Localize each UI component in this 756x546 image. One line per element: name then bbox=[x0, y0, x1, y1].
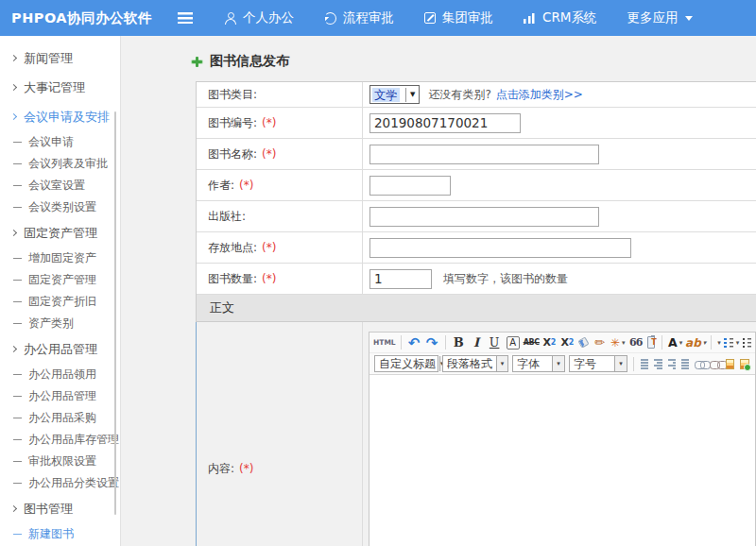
undo-icon[interactable]: ↶ bbox=[406, 334, 422, 351]
sidebar-item-fixed-assets-management[interactable]: 固定资产管理 bbox=[0, 218, 120, 247]
book-info-form: 图书类目:文学▼还没有类别?点击添加类别>>图书编号:(*)图书名称:(*)作者… bbox=[196, 81, 756, 546]
sidebar: 新闻管理大事记管理会议申请及安排会议申请会议列表及审批会议室设置会议类别设置固定… bbox=[0, 36, 121, 546]
nav-item-personal-office[interactable]: 个人办公 bbox=[225, 9, 294, 26]
sidebar-item-supplies-category-settings[interactable]: 办公用品分类设置 bbox=[0, 472, 120, 494]
strikethrough-icon[interactable]: ABC bbox=[524, 334, 540, 351]
sidebar-item-label: 固定资产管理 bbox=[28, 272, 96, 288]
sidebar-item-supplies-requisition[interactable]: 办公用品领用 bbox=[0, 364, 120, 385]
format-brush-icon[interactable]: ✏ bbox=[592, 334, 608, 351]
sidebar-item-memorabilia-management[interactable]: 大事记管理 bbox=[0, 73, 120, 102]
book-quantity-input[interactable] bbox=[369, 269, 432, 289]
nav-item-workflow-approval[interactable]: 流程审批 bbox=[324, 9, 394, 26]
sidebar-item-add-fixed-asset[interactable]: 增加固定资产 bbox=[0, 247, 120, 269]
app-logo: PHPOA协同办公软件 bbox=[11, 9, 178, 27]
sidebar-item-label: 审批权限设置 bbox=[28, 453, 96, 469]
body-section-header: 正文 bbox=[197, 295, 756, 322]
nav-item-group-approval[interactable]: 集团审批 bbox=[424, 9, 493, 26]
italic-icon[interactable]: I bbox=[469, 334, 485, 351]
add-category-link[interactable]: 点击添加类别>> bbox=[496, 87, 583, 103]
custom-heading-select[interactable]: 自定义标题▾ bbox=[374, 355, 438, 372]
book-number-input[interactable] bbox=[369, 113, 521, 133]
dash-icon bbox=[13, 396, 22, 397]
sidebar-item-fixed-asset-management[interactable]: 固定资产管理 bbox=[0, 269, 120, 291]
book-name-input[interactable] bbox=[369, 145, 599, 164]
eraser-icon[interactable] bbox=[577, 336, 589, 348]
blockquote-icon[interactable]: 66 bbox=[627, 334, 644, 351]
nav-item-more-apps[interactable]: 更多应用 bbox=[627, 9, 693, 26]
publisher-input[interactable] bbox=[369, 207, 599, 227]
sidebar-item-meeting-application[interactable]: 会议申请 bbox=[0, 131, 120, 153]
sidebar-scrollbar[interactable] bbox=[114, 111, 116, 515]
sidebar-item-meeting-list-approval[interactable]: 会议列表及审批 bbox=[0, 153, 120, 175]
dash-icon bbox=[13, 323, 22, 324]
char-border-icon[interactable]: A bbox=[507, 336, 520, 350]
sidebar-item-label: 大事记管理 bbox=[24, 79, 85, 96]
bold-icon[interactable]: B bbox=[451, 334, 467, 351]
ordered-list-icon[interactable] bbox=[724, 337, 733, 348]
book-category-select[interactable]: 文学▼ bbox=[369, 85, 420, 104]
font-size-select[interactable]: 字号▾ bbox=[569, 355, 627, 372]
dash-icon bbox=[13, 207, 22, 208]
select-value: 字体 bbox=[517, 356, 540, 372]
selected-option: 文学 bbox=[372, 88, 400, 102]
subscript-icon[interactable]: X2 bbox=[559, 334, 576, 351]
font-color-icon[interactable]: A▾ bbox=[667, 334, 683, 351]
sidebar-item-meeting-room-settings[interactable]: 会议室设置 bbox=[0, 175, 120, 196]
highlight-color-icon[interactable]: ab▾ bbox=[685, 334, 706, 351]
sidebar-item-label: 办公用品库存管理 bbox=[28, 432, 119, 448]
select-value: 段落格式 bbox=[447, 356, 492, 372]
form-row-book-quantity: 图书数量:(*)填写数字，该图书的数量 bbox=[197, 264, 756, 295]
chevron-right-icon bbox=[10, 230, 17, 236]
align-center-icon[interactable] bbox=[654, 359, 662, 369]
underline-icon[interactable]: U bbox=[487, 334, 503, 351]
editor-toolbar-row1: HTML↶↷BIUAABCX2X2✏✳▾66A▾ab▾▾▾ bbox=[369, 333, 755, 353]
sidebar-item-label: 图书管理 bbox=[24, 501, 73, 518]
sidebar-item-supplies-management[interactable]: 办公用品管理 bbox=[0, 385, 120, 407]
form-label-cell: 存放地点:(*) bbox=[197, 232, 363, 263]
editor-content[interactable] bbox=[369, 375, 755, 546]
graffiti-pen-icon[interactable]: ✳▾ bbox=[610, 334, 626, 351]
dropdown-caret-icon: ▾ bbox=[736, 339, 740, 347]
select-caret-icon: ▾ bbox=[614, 356, 627, 371]
sidebar-item-office-supplies-management[interactable]: 办公用品管理 bbox=[0, 334, 120, 364]
sidebar-item-new-book[interactable]: 新建图书 bbox=[0, 523, 120, 545]
sidebar-item-label: 资产类别 bbox=[28, 316, 74, 332]
redo-icon[interactable]: ↷ bbox=[424, 334, 440, 351]
align-left-icon[interactable] bbox=[641, 359, 648, 369]
sidebar-item-fixed-asset-depreciation[interactable]: 固定资产折旧 bbox=[0, 291, 120, 313]
select-caret-icon: ▾ bbox=[552, 356, 564, 371]
insert-image-icon[interactable] bbox=[740, 359, 749, 369]
sidebar-item-supplies-purchase[interactable]: 办公用品采购 bbox=[0, 407, 120, 429]
sidebar-item-label: 增加固定资产 bbox=[28, 250, 96, 266]
superscript-icon[interactable]: X2 bbox=[541, 334, 558, 351]
paste-text-icon[interactable] bbox=[647, 336, 655, 349]
author-input[interactable] bbox=[369, 176, 451, 196]
unordered-list-icon[interactable] bbox=[742, 337, 751, 348]
link-icon[interactable] bbox=[695, 360, 704, 368]
sidebar-item-approval-permission-settings[interactable]: 审批权限设置 bbox=[0, 451, 120, 472]
sidebar-item-meeting-application-arrangement[interactable]: 会议申请及安排 bbox=[0, 102, 120, 131]
sidebar-item-news-management[interactable]: 新闻管理 bbox=[0, 43, 120, 73]
hamburger-menu-icon[interactable] bbox=[178, 12, 193, 24]
align-right-icon[interactable] bbox=[668, 359, 676, 369]
unlink-icon[interactable] bbox=[710, 360, 719, 368]
dash-icon bbox=[13, 142, 22, 143]
dash-icon bbox=[13, 280, 22, 281]
sidebar-item-label: 新闻管理 bbox=[24, 50, 73, 67]
html-source-icon[interactable]: HTML bbox=[373, 334, 396, 351]
align-justify-icon[interactable] bbox=[681, 359, 689, 369]
nav-item-crm-system[interactable]: CRM系统 bbox=[524, 9, 596, 26]
sidebar-item-label: 办公用品分类设置 bbox=[28, 475, 119, 491]
sidebar-item-asset-category[interactable]: 资产类别 bbox=[0, 313, 120, 334]
storage-location-input[interactable] bbox=[369, 238, 631, 258]
sidebar-item-label: 会议申请 bbox=[28, 134, 74, 150]
paragraph-format-select[interactable]: 段落格式▾ bbox=[442, 355, 508, 372]
sidebar-item-book-management[interactable]: 图书管理 bbox=[0, 494, 120, 523]
required-mark: (*) bbox=[239, 179, 253, 192]
image-icon[interactable] bbox=[726, 359, 735, 369]
page-title: 图书信息发布 bbox=[192, 53, 756, 70]
field-label-storage-location: 存放地点: bbox=[208, 240, 257, 256]
sidebar-item-meeting-category-settings[interactable]: 会议类别设置 bbox=[0, 196, 120, 218]
sidebar-item-supplies-inventory-management[interactable]: 办公用品库存管理 bbox=[0, 429, 120, 451]
font-family-select[interactable]: 字体▾ bbox=[512, 355, 565, 372]
